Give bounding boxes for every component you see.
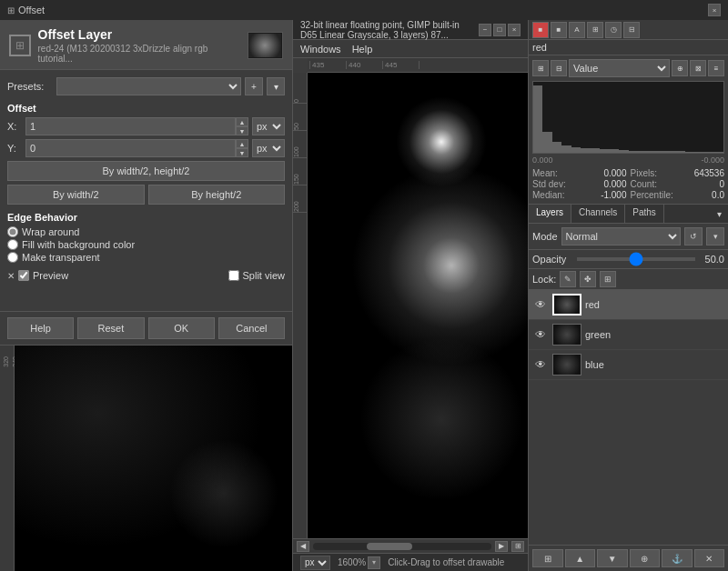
scroll-left-btn[interactable]: ◀ (297, 541, 309, 552)
layers-new-btn[interactable]: ⊞ (532, 549, 563, 567)
hist-btn-4[interactable]: ⊠ (690, 60, 706, 76)
count-label: Count: (631, 179, 657, 189)
app-close-btn[interactable]: × (508, 24, 521, 36)
scroll-right-btn[interactable]: ▶ (495, 541, 508, 552)
dialog-close-btn[interactable]: × (708, 4, 721, 16)
y-field: Y: ▲ ▼ px (7, 139, 285, 157)
tab-paths[interactable]: Paths (625, 205, 664, 223)
layer-eye-blue[interactable]: 👁 (532, 356, 549, 373)
lock-draw-btn[interactable]: ✤ (580, 271, 596, 287)
x-spin-down[interactable]: ▼ (236, 126, 248, 135)
hist-btn-1[interactable]: ⊞ (532, 60, 549, 76)
x-input[interactable] (25, 117, 236, 135)
y-spin-down[interactable]: ▼ (236, 148, 248, 157)
hist-btn-2[interactable]: ⊟ (551, 60, 567, 76)
split-view-wrap: Split view (228, 270, 285, 281)
layers-raise-btn[interactable]: ▲ (565, 549, 596, 567)
radio-transparent-label: Make transparent (22, 252, 100, 263)
opacity-slider[interactable] (577, 257, 695, 261)
lock-alpha-btn[interactable]: ✎ (560, 271, 576, 287)
radio-wrap-label: Wrap around (22, 226, 79, 237)
btn-width-height[interactable]: By width/2, height/2 (7, 161, 285, 181)
status-unit-select[interactable]: px (300, 556, 330, 570)
hist-btn-3[interactable]: ⊕ (672, 60, 688, 76)
menu-windows[interactable]: Windows (300, 44, 341, 55)
right-icon-3[interactable]: A (569, 22, 585, 38)
histogram-section: ⊞ ⊟ Value ⊕ ⊠ ≡ (529, 55, 728, 205)
right-icon-color2[interactable]: ■ (551, 22, 567, 38)
tab-channels[interactable]: Channels (571, 205, 625, 223)
layer-item-blue[interactable]: 👁 blue (529, 350, 728, 380)
y-spin-up[interactable]: ▲ (236, 139, 248, 148)
dialog-header-icon: ⊞ (9, 35, 31, 56)
x-unit-select[interactable]: px (252, 117, 285, 135)
hist-btn-5[interactable]: ≡ (708, 60, 724, 76)
radio-wrap[interactable] (7, 226, 18, 237)
lock-all-btn[interactable]: ⊞ (600, 271, 616, 287)
std-value: 0.000 (603, 179, 626, 189)
med-value: -1.000 (601, 190, 626, 200)
layer-eye-red[interactable]: 👁 (532, 296, 549, 313)
opacity-row: Opacity 50.0 (529, 250, 728, 269)
zoom-dropdown-btn[interactable]: ▾ (368, 556, 380, 569)
layers-anchor-btn[interactable]: ⚓ (662, 549, 693, 567)
layers-dup-btn[interactable]: ⊕ (630, 549, 661, 567)
mode-select[interactable]: Normal (561, 227, 681, 245)
layers-delete-btn[interactable]: ✕ (694, 549, 725, 567)
reset-button[interactable]: Reset (77, 317, 144, 339)
layers-footer: ⊞ ▲ ▼ ⊕ ⚓ ✕ (529, 545, 728, 571)
right-icon-color1[interactable]: ■ (532, 22, 549, 38)
radio-transparent[interactable] (7, 252, 18, 263)
main-canvas[interactable] (308, 73, 528, 538)
right-icon-4[interactable]: ⊞ (587, 22, 603, 38)
status-bar: px 1600% ▾ Click-Drag to offset drawable (293, 553, 528, 571)
channel-select[interactable]: Value (569, 59, 670, 77)
right-icon-5[interactable]: ◷ (605, 22, 622, 38)
histogram-stats: Mean: 0.000 Pixels: 643536 Std dev: 0.00… (532, 168, 724, 200)
ruler-left: 0 50 100 150 200 (293, 73, 308, 538)
layers-panel-menu-btn[interactable]: ▾ (710, 205, 728, 223)
ok-button[interactable]: OK (148, 317, 215, 339)
zoom-control: 1600% ▾ (338, 556, 380, 569)
layer-item-green[interactable]: 👁 green (529, 320, 728, 350)
radio-fill-row: Fill with background color (7, 239, 285, 250)
right-icon-6[interactable]: ⊟ (623, 22, 640, 38)
scroll-track-h[interactable] (313, 543, 491, 550)
scroll-thumb-h[interactable] (367, 543, 412, 550)
preview-checkbox[interactable] (18, 270, 29, 281)
layers-lower-btn[interactable]: ▼ (597, 549, 628, 567)
y-input[interactable] (25, 139, 236, 157)
h-scrollbar[interactable]: ◀ ▶ ⊞ (293, 538, 528, 553)
presets-add-btn[interactable]: + (245, 77, 263, 95)
layer-reset-btn[interactable]: ↺ (684, 227, 703, 245)
cancel-button[interactable]: Cancel (218, 317, 285, 339)
presets-label: Presets: (7, 81, 53, 92)
app-min-btn[interactable]: − (479, 24, 491, 36)
x-label: X: (7, 121, 25, 132)
help-button[interactable]: Help (7, 317, 74, 339)
hist-range-max: -0.000 (701, 155, 724, 165)
dialog-title-text: Offset (18, 5, 45, 15)
btn-width[interactable]: By width/2 (7, 185, 145, 205)
radio-fill[interactable] (7, 239, 18, 250)
presets-select[interactable] (56, 77, 241, 95)
layer-eye-green[interactable]: 👁 (532, 326, 549, 343)
split-view-checkbox[interactable] (228, 270, 239, 281)
edge-section: Edge Behavior Wrap around Fill with back… (7, 212, 285, 263)
menu-help[interactable]: Help (352, 44, 373, 55)
scroll-corner[interactable]: ⊞ (511, 541, 524, 552)
layer-menu-btn[interactable]: ▾ (706, 227, 724, 245)
dialog-icon: ⊞ (7, 5, 15, 15)
btn-height[interactable]: By height/2 (148, 185, 286, 205)
med-label: Median: (532, 190, 565, 200)
tab-layers[interactable]: Layers (529, 205, 571, 223)
presets-menu-btn[interactable]: ▾ (267, 77, 285, 95)
x-spin-up[interactable]: ▲ (236, 117, 248, 126)
app-max-btn[interactable]: □ (493, 24, 506, 36)
layer-item-red[interactable]: 👁 red (529, 290, 728, 320)
y-spinners: ▲ ▼ (236, 139, 248, 157)
mean-label: Mean: (532, 168, 558, 178)
dialog-buttons: Help Reset OK Cancel (0, 311, 292, 345)
y-unit-select[interactable]: px (252, 139, 285, 157)
layers-tabs: Layers Channels Paths ▾ (529, 205, 728, 224)
